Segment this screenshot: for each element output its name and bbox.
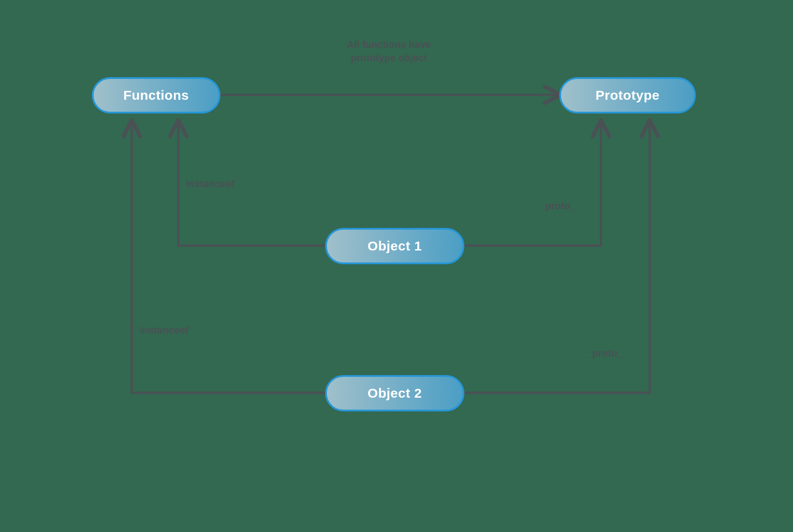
label-fn-to-proto: All functions have prototype object (283, 38, 495, 64)
label-obj1-to-proto: _proto_ (540, 200, 576, 213)
edge-obj2-to-fn (132, 121, 325, 393)
prototype-diagram: Functions Prototype Object 1 Object 2 Al… (92, 66, 701, 466)
label-obj2-to-fn: Instanceof (140, 324, 188, 337)
node-functions: Functions (92, 77, 220, 113)
edge-obj1-to-proto (464, 121, 601, 246)
node-prototype-label: Prototype (596, 88, 660, 103)
node-functions-label: Functions (123, 88, 189, 103)
node-object2: Object 2 (325, 375, 464, 411)
node-prototype: Prototype (559, 77, 696, 113)
node-object2-label: Object 2 (368, 386, 422, 401)
label-obj1-to-fn: Instanceof (186, 177, 235, 191)
label-obj2-to-proto: _proto_ (587, 347, 623, 360)
node-object1-label: Object 1 (368, 239, 422, 254)
node-object1: Object 1 (325, 228, 464, 264)
